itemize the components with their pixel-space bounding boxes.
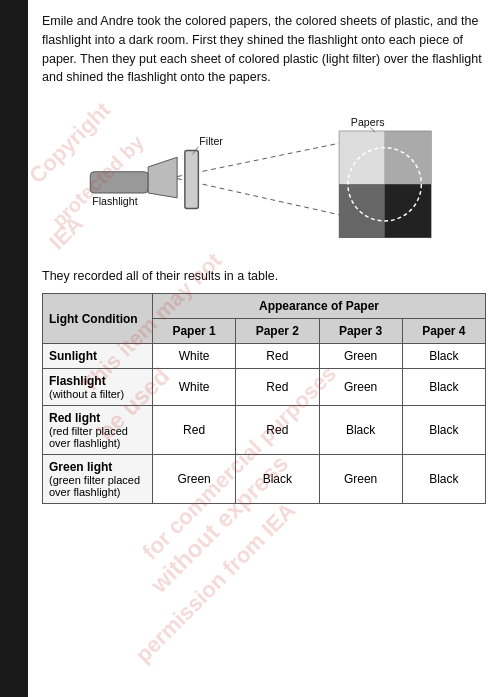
svg-rect-4 — [185, 151, 199, 209]
table-cell-paper2: Red — [236, 344, 319, 369]
caption-paragraph: They recorded all of their results in a … — [42, 269, 486, 283]
table-header-paper2: Paper 2 — [236, 319, 319, 344]
table-cell-paper1: Green — [153, 455, 236, 504]
table-header-appearance: Appearance of Paper — [153, 294, 486, 319]
light-condition-main: Green light — [49, 460, 146, 474]
light-condition-sub: (green filter placed over flashlight) — [49, 474, 146, 498]
results-table: Light Condition Appearance of Paper Pape… — [42, 293, 486, 504]
table-cell-paper1: Red — [153, 406, 236, 455]
table-cell-paper3: Green — [319, 455, 402, 504]
table-header-paper4: Paper 4 — [402, 319, 485, 344]
svg-line-2 — [177, 143, 341, 177]
light-condition-sub: (red filter placed over flashlight) — [49, 425, 146, 449]
left-sidebar — [0, 0, 28, 697]
table-cell-paper4: Black — [402, 344, 485, 369]
diagram-area: Filter Papers Flashlight — [42, 99, 486, 259]
table-cell-paper2: Red — [236, 369, 319, 406]
table-row: Green light(green filter placed over fla… — [43, 455, 486, 504]
table-header-light-condition: Light Condition — [43, 294, 153, 344]
table-row: Red light(red filter placed over flashli… — [43, 406, 486, 455]
svg-text:Flashlight: Flashlight — [92, 195, 137, 207]
table-header-paper3: Paper 3 — [319, 319, 402, 344]
table-cell-paper3: Green — [319, 369, 402, 406]
light-condition-main: Flashlight — [49, 374, 146, 388]
table-cell-light-condition: Sunlight — [43, 344, 153, 369]
table-cell-paper4: Black — [402, 369, 485, 406]
table-cell-light-condition: Red light(red filter placed over flashli… — [43, 406, 153, 455]
watermark-8: permission from IEA — [130, 498, 301, 669]
light-condition-sub: (without a filter) — [49, 388, 146, 400]
light-condition-main: Sunlight — [49, 349, 146, 363]
svg-text:Papers: Papers — [351, 116, 385, 128]
intro-paragraph: Emile and Andre took the colored papers,… — [42, 12, 486, 87]
table-row: SunlightWhiteRedGreenBlack — [43, 344, 486, 369]
table-row: Flashlight(without a filter)WhiteRedGree… — [43, 369, 486, 406]
svg-rect-0 — [90, 172, 148, 193]
svg-line-3 — [177, 179, 341, 216]
svg-marker-1 — [148, 157, 177, 198]
table-cell-paper3: Black — [319, 406, 402, 455]
main-content: Emile and Andre took the colored papers,… — [28, 0, 500, 516]
table-cell-paper1: White — [153, 369, 236, 406]
table-cell-paper1: White — [153, 344, 236, 369]
light-condition-main: Red light — [49, 411, 146, 425]
table-cell-paper2: Red — [236, 406, 319, 455]
table-cell-light-condition: Green light(green filter placed over fla… — [43, 455, 153, 504]
table-cell-paper4: Black — [402, 406, 485, 455]
table-cell-paper2: Black — [236, 455, 319, 504]
table-cell-paper4: Black — [402, 455, 485, 504]
table-cell-paper3: Green — [319, 344, 402, 369]
svg-text:Filter: Filter — [199, 135, 223, 147]
table-cell-light-condition: Flashlight(without a filter) — [43, 369, 153, 406]
table-header-paper1: Paper 1 — [153, 319, 236, 344]
